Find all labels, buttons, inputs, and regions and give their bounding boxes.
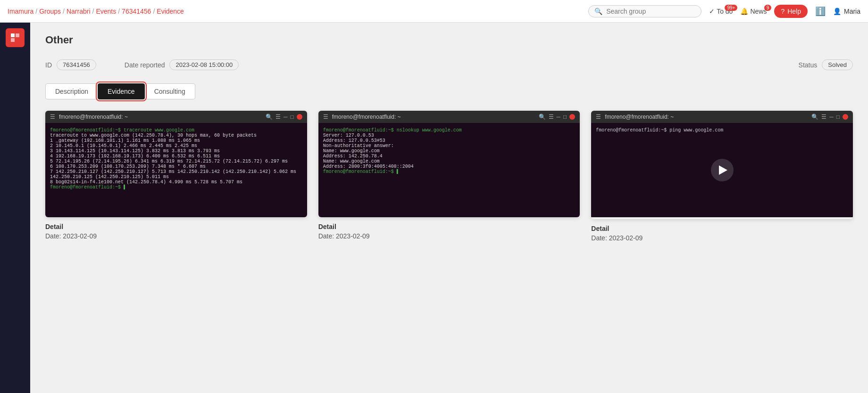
news-badge: 9 xyxy=(764,5,772,11)
top-navigation: Imamura / Groups / Narrabri / Events / 7… xyxy=(0,0,868,23)
checkmark-icon: ✓ xyxy=(709,8,715,15)
minimize-video-icon-2[interactable]: ─ xyxy=(829,114,834,120)
bell-icon: 🔔 xyxy=(740,8,748,15)
question-icon: ? xyxy=(781,8,785,15)
terminal-title-v-2: fmoreno@fmorenoatfluid: ~ xyxy=(605,114,674,120)
maximize-video-icon-2[interactable]: □ xyxy=(836,114,840,120)
breadcrumb-groups[interactable]: Groups xyxy=(39,8,61,15)
id-value: 76341456 xyxy=(57,59,96,70)
terminal-body-0: fmoreno@fmorenoatfluid:~$ traceroute www… xyxy=(45,123,307,217)
breadcrumb-sep-3: / xyxy=(118,8,120,15)
status-field: Status Solved xyxy=(799,59,853,70)
detail-label-v-2: Detail xyxy=(591,225,853,232)
terminal-icon-1: ☰ xyxy=(323,114,328,120)
breadcrumb-current: Evidence xyxy=(157,8,184,15)
play-triangle-2 xyxy=(719,165,727,175)
tab-evidence[interactable]: Evidence xyxy=(98,83,145,99)
help-label: Help xyxy=(787,8,801,15)
status-badge: Solved xyxy=(822,59,853,70)
search-video-icon-2[interactable]: 🔍 xyxy=(811,114,818,120)
terminal-window-1: ☰ fmoreno@fmorenoatfluid: ~ 🔍 ☰ ─ □ fmor… xyxy=(318,111,580,217)
terminal-title-1: fmoreno@fmorenoatfluid: ~ xyxy=(332,114,401,120)
search-box: 🔍 xyxy=(588,5,701,17)
svg-rect-0 xyxy=(11,33,15,37)
evidence-card-0: ☰ fmoreno@fmorenoatfluid: ~ 🔍 ☰ ─ □ fmor… xyxy=(45,111,307,242)
close-btn-1[interactable] xyxy=(569,114,575,120)
id-field: ID 76341456 xyxy=(45,59,96,70)
id-label: ID xyxy=(45,61,52,69)
menu-terminal-icon-0[interactable]: ☰ xyxy=(275,114,281,120)
breadcrumb-narrabri[interactable]: Narrabri xyxy=(67,8,91,15)
search-terminal-icon-1[interactable]: 🔍 xyxy=(539,114,546,120)
date-value: 2023-02-08 15:00:00 xyxy=(169,59,239,70)
minimize-icon-1[interactable]: ─ xyxy=(557,114,561,120)
tab-description[interactable]: Description xyxy=(45,83,98,99)
video-window-2: ☰ fmoreno@fmorenoatfluid: ~ 🔍 ☰ ─ □ fmor… xyxy=(591,111,853,219)
user-icon: 👤 xyxy=(833,8,841,15)
evidence-card-2: ☰ fmoreno@fmorenoatfluid: ~ 🔍 ☰ ─ □ fmor… xyxy=(591,111,853,242)
terminal-body-1: fmoreno@fmorenoatfluid:~$ nslookup www.g… xyxy=(318,123,580,217)
breadcrumb-event-id[interactable]: 76341456 xyxy=(122,8,151,15)
detail-label-1: Detail xyxy=(318,223,580,230)
news-button[interactable]: 🔔 News 9 xyxy=(740,8,767,15)
breadcrumb-events[interactable]: Events xyxy=(96,8,116,15)
close-video-btn-2[interactable] xyxy=(843,114,848,120)
tabs: Description Evidence Consulting xyxy=(45,83,853,99)
sidebar-logo[interactable] xyxy=(6,28,25,47)
help-button[interactable]: ? Help xyxy=(774,5,808,18)
search-input[interactable] xyxy=(606,8,691,15)
meta-row: ID 76341456 Date reported 2023-02-08 15:… xyxy=(45,59,853,70)
status-label: Status xyxy=(799,61,818,69)
detail-label-0: Detail xyxy=(45,223,307,230)
maximize-icon-1[interactable]: □ xyxy=(563,114,567,120)
user-label: Maria xyxy=(844,8,860,15)
detail-section-v-2: Detail Date: 2023-02-09 xyxy=(591,225,853,242)
search-icon: 🔍 xyxy=(594,8,602,15)
video-titlebar-2: ☰ fmoreno@fmorenoatfluid: ~ 🔍 ☰ ─ □ xyxy=(591,111,853,123)
todo-badge: 99+ xyxy=(725,5,737,11)
breadcrumb-sep-1: / xyxy=(63,8,65,15)
minimize-icon-0[interactable]: ─ xyxy=(284,114,288,120)
tab-consulting[interactable]: Consulting xyxy=(144,83,195,99)
detail-date-1: Date: 2023-02-09 xyxy=(318,232,580,240)
main-content: Other ID 76341456 Date reported 2023-02-… xyxy=(30,23,868,393)
menu-terminal-icon-1[interactable]: ☰ xyxy=(549,114,554,120)
evidence-card-1: ☰ fmoreno@fmorenoatfluid: ~ 🔍 ☰ ─ □ fmor… xyxy=(318,111,580,242)
terminal-title-0: fmoreno@fmorenoatfluid: ~ xyxy=(59,114,128,120)
video-body-2[interactable]: fmoreno@fmorenoatfluid:~$ ping www.googl… xyxy=(591,123,853,217)
close-btn-0[interactable] xyxy=(297,114,302,120)
user-menu[interactable]: 👤 Maria xyxy=(833,8,860,15)
terminal-window-0: ☰ fmoreno@fmorenoatfluid: ~ 🔍 ☰ ─ □ fmor… xyxy=(45,111,307,217)
detail-date-0: Date: 2023-02-09 xyxy=(45,232,307,240)
detail-section-0: Detail Date: 2023-02-09 xyxy=(45,223,307,240)
info-icon[interactable]: ℹ️ xyxy=(815,6,826,16)
evidence-grid: ☰ fmoreno@fmorenoatfluid: ~ 🔍 ☰ ─ □ fmor… xyxy=(45,111,853,242)
breadcrumb-sep-4: / xyxy=(153,8,155,15)
date-label: Date reported xyxy=(125,61,165,69)
menu-video-icon-2[interactable]: ☰ xyxy=(821,114,826,120)
svg-rect-2 xyxy=(11,38,15,42)
search-terminal-icon-0[interactable]: 🔍 xyxy=(266,114,273,120)
breadcrumb: Imamura / Groups / Narrabri / Events / 7… xyxy=(8,8,184,15)
terminal-icon-v-2: ☰ xyxy=(596,114,601,120)
page-title: Other xyxy=(45,34,853,46)
breadcrumb-imamura[interactable]: Imamura xyxy=(8,8,33,15)
breadcrumb-sep-2: / xyxy=(92,8,94,15)
video-cmd-2: fmoreno@fmorenoatfluid:~$ ping www.googl… xyxy=(596,128,723,133)
breadcrumb-sep-0: / xyxy=(35,8,37,15)
terminal-titlebar-0: ☰ fmoreno@fmorenoatfluid: ~ 🔍 ☰ ─ □ xyxy=(45,111,307,123)
terminal-icon-0: ☰ xyxy=(50,114,55,120)
todo-button[interactable]: ✓ To do 99+ xyxy=(709,8,733,15)
play-button-2[interactable] xyxy=(711,159,734,181)
svg-rect-1 xyxy=(16,33,19,37)
nav-actions: ✓ To do 99+ 🔔 News 9 ? Help ℹ️ 👤 Maria xyxy=(709,5,860,18)
detail-date-v-2: Date: 2023-02-09 xyxy=(591,234,853,242)
terminal-titlebar-1: ☰ fmoreno@fmorenoatfluid: ~ 🔍 ☰ ─ □ xyxy=(318,111,580,123)
date-field: Date reported 2023-02-08 15:00:00 xyxy=(125,59,239,70)
sidebar xyxy=(0,23,30,393)
detail-section-1: Detail Date: 2023-02-09 xyxy=(318,223,580,240)
maximize-icon-0[interactable]: □ xyxy=(290,114,293,120)
